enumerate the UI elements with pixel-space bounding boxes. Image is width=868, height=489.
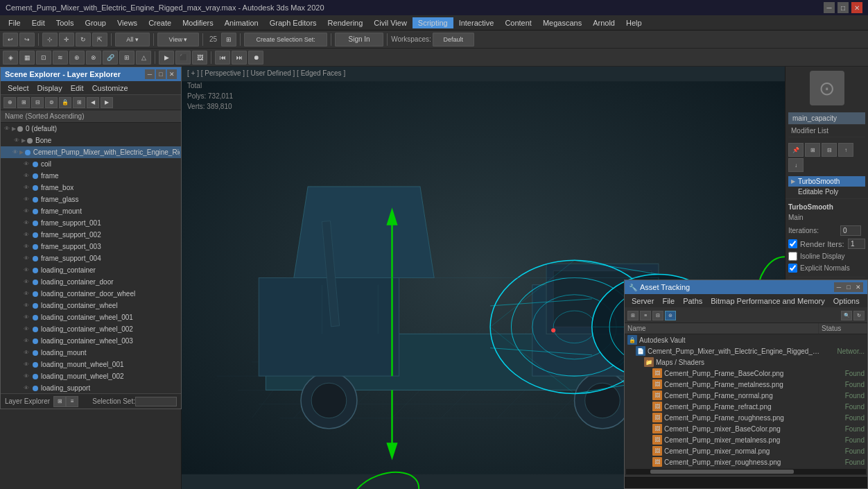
render-iters-input[interactable] [848,239,865,249]
asset-row[interactable]: 🖼Cement_Pump_Frame_normal.pngFound [625,390,867,401]
scene-explorer-row[interactable]: 👁loading_container_wheel [1,300,181,311]
asset-menu-bitmap[interactable]: Bitmap Performance and Memory [706,295,828,307]
visibility-icon[interactable]: 👁 [21,350,31,356]
tb2-btn4[interactable]: ≋ [53,51,68,65]
asset-row[interactable]: 🖼Cement_Pump_mixer_roughness.pngFound [625,456,867,467]
asset-scrollbar-thumb[interactable] [650,470,795,474]
isoline-checkbox[interactable] [788,252,797,261]
visibility-icon[interactable]: 👁 [2,126,12,132]
asset-menu-options[interactable]: Options [829,295,864,307]
scene-explorer-row[interactable]: 👁loading_mount_wheel_002 [1,370,181,382]
modifier-item-editablepoly[interactable]: ▶ Editable Poly [788,187,865,197]
menu-item-animation[interactable]: Animation [219,17,264,28]
menu-item-content[interactable]: Content [499,17,537,28]
visibility-icon[interactable]: 👁 [21,302,31,309]
se-tb-filter[interactable]: ⊚ [45,97,58,108]
tb2-btn5[interactable]: ⊕ [69,51,85,65]
se-footer-btn2[interactable]: ≡ [66,396,78,407]
maximize-button[interactable]: □ [837,2,849,13]
tb2-anim1[interactable]: ⏮ [215,51,230,65]
scene-explorer-row[interactable]: 👁frame_support_001 [1,217,181,229]
tb2-btn2[interactable]: ▦ [19,51,35,65]
selection-set-input[interactable] [135,397,177,406]
visibility-icon[interactable]: 👁 [21,291,31,297]
scene-explorer-row[interactable]: 👁coil [1,158,181,170]
scene-explorer-row[interactable]: 👁frame_box [1,182,181,194]
se-tb-more2[interactable]: ▶ [101,97,113,108]
se-menu-display[interactable]: Display [33,83,67,94]
se-tb-more1[interactable]: ◀ [87,97,99,108]
iterations-input[interactable] [840,225,861,236]
rotate-button[interactable]: ↻ [76,33,91,46]
scene-explorer-row[interactable]: 👁▶Cement_Pump_Mixer_with_Electric_Engine… [1,146,181,158]
asset-minimize-btn[interactable]: ─ [834,282,844,292]
visibility-icon[interactable]: 👁 [21,326,31,332]
asset-close-btn[interactable]: ✕ [853,282,863,292]
tb2-btn6[interactable]: ⊗ [86,51,101,65]
asset-tb-btn3[interactable]: ⊟ [652,311,663,320]
menu-item-tools[interactable]: Tools [51,17,80,28]
se-minimize-btn[interactable]: ─ [145,69,155,79]
tb2-render2[interactable]: ⬛ [175,51,191,65]
tb2-btn3[interactable]: ⊡ [36,51,51,65]
modifier-item-turbosmooth[interactable]: ▶ TurboSmooth [788,176,865,187]
asset-row[interactable]: 🖼Cement_Pump_mixer_BaseColor.pngFound [625,423,867,434]
rp-modifier-btn4[interactable]: ↑ [838,143,853,157]
scene-explorer-row[interactable]: 👁loading_mount_wheel_001 [1,359,181,370]
tb2-btn1[interactable]: ◈ [3,51,18,65]
asset-scrollbar[interactable] [626,469,866,474]
scene-explorer-row[interactable]: 👁frame_mount [1,205,181,217]
visibility-icon[interactable]: 👁 [21,385,31,391]
visibility-icon[interactable]: 👁 [21,161,31,167]
scene-explorer-row[interactable]: 👁loading_container_wheel_002 [1,323,181,335]
rp-modifier-btn3[interactable]: ⊟ [822,143,837,157]
visibility-icon[interactable]: 👁 [21,314,31,320]
asset-restore-btn[interactable]: □ [844,282,853,292]
menu-item-rendering[interactable]: Rendering [322,17,369,28]
visibility-icon[interactable]: 👁 [21,196,31,203]
create-selection-set-btn[interactable]: Create Selection Set: [244,33,327,46]
scene-explorer-row[interactable]: 👁▶0 (default) [1,123,181,135]
visibility-icon[interactable]: 👁 [21,243,31,250]
tb2-btn8[interactable]: ⊞ [119,51,134,65]
visibility-icon[interactable]: 👁 [21,373,31,379]
scene-explorer-row[interactable]: 👁loading_container_door_wheel [1,288,181,300]
rp-modifier-btn1[interactable]: 📌 [788,143,804,157]
visibility-icon[interactable]: 👁 [21,279,31,285]
scene-explorer-row[interactable]: 👁loading_mount [1,347,181,359]
tb2-anim2[interactable]: ⏭ [232,51,247,65]
se-tb-btn2[interactable]: ⊞ [17,97,30,108]
se-menu-edit[interactable]: Edit [67,83,88,94]
tb2-btn9[interactable]: △ [136,51,151,65]
asset-menu-file[interactable]: File [658,295,679,307]
se-footer-btn1[interactable]: ⊞ [53,396,66,407]
menu-item-megascans[interactable]: Megascans [537,17,587,28]
visibility-icon[interactable]: 👁 [21,185,31,191]
tb2-render1[interactable]: ▶ [159,51,174,65]
asset-tb-search[interactable]: 🔍 [841,311,852,320]
tb2-anim3[interactable]: ⏺ [248,51,263,65]
asset-row[interactable]: 🖼Cement_Pump_mixer_metalness.pngFound [625,434,867,445]
workspaces-dropdown[interactable]: Default [433,33,474,46]
se-restore-btn[interactable]: □ [156,69,166,79]
menu-item-views[interactable]: Views [112,17,143,28]
minimize-button[interactable]: ─ [824,2,835,13]
scene-explorer-row[interactable]: 👁loading_container_door [1,276,181,288]
se-tb-btn1[interactable]: ⊕ [3,97,16,108]
se-tb-sort[interactable]: ⊞ [73,97,85,108]
visibility-icon[interactable]: 👁 [12,137,21,144]
visibility-icon[interactable]: 👁 [21,208,31,214]
scene-explorer-row[interactable]: 👁▶Bone [1,135,181,146]
undo-button[interactable]: ↩ [3,33,18,46]
menu-item-civil-view[interactable]: Civil View [368,17,412,28]
asset-tb-btn4[interactable]: ⊛ [665,311,676,320]
se-menu-customize[interactable]: Customize [88,83,132,94]
asset-row[interactable]: 🖼Cement_Pump_Frame_roughness.pngFound [625,412,867,423]
close-button[interactable]: ✕ [851,2,862,13]
asset-menu-server[interactable]: Server [627,295,658,307]
asset-row[interactable]: 🖼Cement_Pump_Frame_refract.pngFound [625,401,867,412]
scene-explorer-row[interactable]: 👁loading_container_wheel_001 [1,311,181,323]
menu-item-graph-editors[interactable]: Graph Editors [264,17,322,28]
reference-coord-button[interactable]: View ▾ [157,33,199,46]
asset-row[interactable]: 📁Maps / Shaders [625,357,867,368]
